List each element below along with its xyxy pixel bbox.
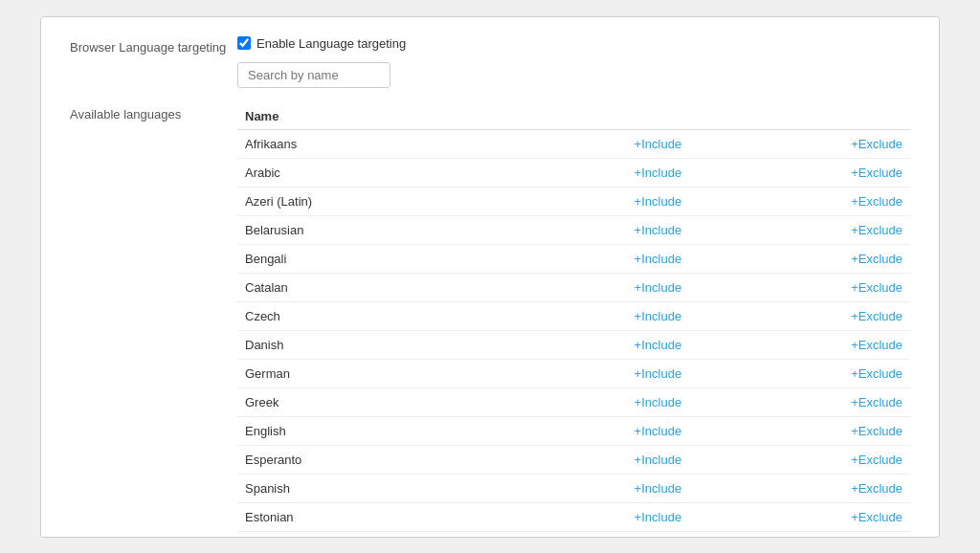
include-link[interactable]: +Include xyxy=(635,194,682,209)
browser-language-targeting-content: Enable Language targeting xyxy=(237,36,910,88)
exclude-link[interactable]: +Exclude xyxy=(851,424,902,438)
browser-language-targeting-label: Browser Language targeting xyxy=(70,36,237,88)
main-panel: Browser Language targeting Enable Langua… xyxy=(40,16,940,538)
table-header-row: Name xyxy=(237,103,910,130)
exclude-link[interactable]: +Exclude xyxy=(851,166,902,180)
table-row: Azeri (Latin)+Include+Exclude xyxy=(237,187,910,215)
include-link[interactable]: +Include xyxy=(635,366,682,381)
language-name: German xyxy=(237,359,574,387)
language-name: Greek xyxy=(237,387,574,416)
language-name: Bengali xyxy=(237,244,574,273)
include-link[interactable]: +Include xyxy=(635,280,682,295)
include-link[interactable]: +Include xyxy=(635,481,682,496)
enable-language-targeting-checkbox[interactable] xyxy=(237,36,251,50)
table-row: German+Include+Exclude xyxy=(237,359,910,387)
exclude-link[interactable]: +Exclude xyxy=(851,223,902,237)
language-name: Afrikaans xyxy=(237,129,574,158)
include-link[interactable]: +Include xyxy=(635,395,682,409)
include-link[interactable]: +Include xyxy=(635,137,682,151)
search-input[interactable] xyxy=(237,62,390,88)
table-row: Esperanto+Include+Exclude xyxy=(237,445,910,474)
available-languages-section: Available languages Name Afrikaans+Inclu… xyxy=(70,103,910,538)
include-link[interactable]: +Include xyxy=(635,309,682,323)
col-exclude-header xyxy=(742,103,910,130)
language-name: English xyxy=(237,416,574,445)
language-name: Czech xyxy=(237,301,574,330)
include-link[interactable]: +Include xyxy=(635,424,682,438)
include-link[interactable]: +Include xyxy=(635,510,682,524)
language-name: Esperanto xyxy=(237,445,574,474)
enable-language-targeting-row: Enable Language targeting xyxy=(237,36,910,51)
enable-language-targeting-checkbox-label: Enable Language targeting xyxy=(256,36,406,51)
table-row: Danish+Include+Exclude xyxy=(237,330,910,359)
exclude-link[interactable]: +Exclude xyxy=(851,510,902,524)
exclude-link[interactable]: +Exclude xyxy=(851,137,902,151)
language-name: Azeri (Latin) xyxy=(237,187,574,215)
table-row: Arabic+Include+Exclude xyxy=(237,158,910,187)
exclude-link[interactable]: +Exclude xyxy=(851,280,902,295)
exclude-link[interactable]: +Exclude xyxy=(851,338,902,352)
col-name-header: Name xyxy=(237,103,574,130)
table-row: English+Include+Exclude xyxy=(237,416,910,445)
table-row: Basque+Include+Exclude xyxy=(237,531,910,538)
table-row: Afrikaans+Include+Exclude xyxy=(237,129,910,158)
table-row: Spanish+Include+Exclude xyxy=(237,474,910,502)
include-link[interactable]: +Include xyxy=(635,252,682,266)
include-link[interactable]: +Include xyxy=(635,338,682,352)
language-name: Catalan xyxy=(237,273,574,301)
table-row: Catalan+Include+Exclude xyxy=(237,273,910,301)
browser-language-targeting-section: Browser Language targeting Enable Langua… xyxy=(70,36,910,88)
language-name: Spanish xyxy=(237,474,574,502)
language-name: Estonian xyxy=(237,502,574,531)
table-row: Estonian+Include+Exclude xyxy=(237,502,910,531)
language-name: Basque xyxy=(237,531,574,538)
language-name: Belarusian xyxy=(237,215,574,244)
table-row: Bengali+Include+Exclude xyxy=(237,244,910,273)
table-row: Czech+Include+Exclude xyxy=(237,301,910,330)
languages-table: Name Afrikaans+Include+ExcludeArabic+Inc… xyxy=(237,103,910,538)
include-link[interactable]: +Include xyxy=(635,223,682,237)
include-link[interactable]: +Include xyxy=(635,166,682,180)
languages-table-container: Name Afrikaans+Include+ExcludeArabic+Inc… xyxy=(237,103,910,538)
col-include-header xyxy=(574,103,743,130)
language-name: Danish xyxy=(237,330,574,359)
table-row: Greek+Include+Exclude xyxy=(237,387,910,416)
exclude-link[interactable]: +Exclude xyxy=(851,395,902,409)
exclude-link[interactable]: +Exclude xyxy=(851,453,902,467)
exclude-link[interactable]: +Exclude xyxy=(851,366,902,381)
exclude-link[interactable]: +Exclude xyxy=(851,309,902,323)
exclude-link[interactable]: +Exclude xyxy=(851,481,902,496)
exclude-link[interactable]: +Exclude xyxy=(851,252,902,266)
exclude-link[interactable]: +Exclude xyxy=(851,194,902,209)
language-name: Arabic xyxy=(237,158,574,187)
include-link[interactable]: +Include xyxy=(635,453,682,467)
available-languages-label: Available languages xyxy=(70,103,237,538)
table-row: Belarusian+Include+Exclude xyxy=(237,215,910,244)
